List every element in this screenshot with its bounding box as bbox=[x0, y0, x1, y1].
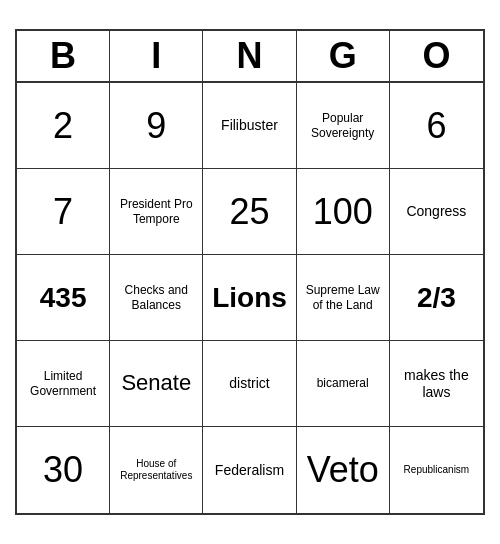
bingo-cell[interactable]: 435 bbox=[17, 255, 110, 341]
bingo-cell[interactable]: Republicanism bbox=[390, 427, 483, 513]
bingo-cell[interactable]: Senate bbox=[110, 341, 203, 427]
bingo-cell[interactable]: 2 bbox=[17, 83, 110, 169]
bingo-cell[interactable]: House of Representatives bbox=[110, 427, 203, 513]
bingo-cell[interactable]: 7 bbox=[17, 169, 110, 255]
bingo-cell[interactable]: Federalism bbox=[203, 427, 296, 513]
bingo-cell[interactable]: Congress bbox=[390, 169, 483, 255]
bingo-cell[interactable]: Filibuster bbox=[203, 83, 296, 169]
bingo-cell[interactable]: 9 bbox=[110, 83, 203, 169]
bingo-cell[interactable]: Supreme Law of the Land bbox=[297, 255, 390, 341]
bingo-cell[interactable]: 25 bbox=[203, 169, 296, 255]
bingo-cell[interactable]: makes the laws bbox=[390, 341, 483, 427]
header-letter: N bbox=[203, 31, 296, 81]
header-letter: O bbox=[390, 31, 483, 81]
bingo-cell[interactable]: 2/3 bbox=[390, 255, 483, 341]
bingo-cell[interactable]: President Pro Tempore bbox=[110, 169, 203, 255]
header-letter: G bbox=[297, 31, 390, 81]
header-letter: I bbox=[110, 31, 203, 81]
bingo-cell[interactable]: bicameral bbox=[297, 341, 390, 427]
bingo-grid: 29FilibusterPopular Sovereignty67Preside… bbox=[17, 83, 483, 513]
bingo-cell[interactable]: 100 bbox=[297, 169, 390, 255]
bingo-card: BINGO 29FilibusterPopular Sovereignty67P… bbox=[15, 29, 485, 515]
bingo-cell[interactable]: Veto bbox=[297, 427, 390, 513]
bingo-cell[interactable]: Checks and Balances bbox=[110, 255, 203, 341]
header-letter: B bbox=[17, 31, 110, 81]
bingo-cell[interactable]: Lions bbox=[203, 255, 296, 341]
bingo-cell[interactable]: Popular Sovereignty bbox=[297, 83, 390, 169]
bingo-header: BINGO bbox=[17, 31, 483, 83]
bingo-cell[interactable]: 30 bbox=[17, 427, 110, 513]
bingo-cell[interactable]: district bbox=[203, 341, 296, 427]
bingo-cell[interactable]: Limited Government bbox=[17, 341, 110, 427]
bingo-cell[interactable]: 6 bbox=[390, 83, 483, 169]
